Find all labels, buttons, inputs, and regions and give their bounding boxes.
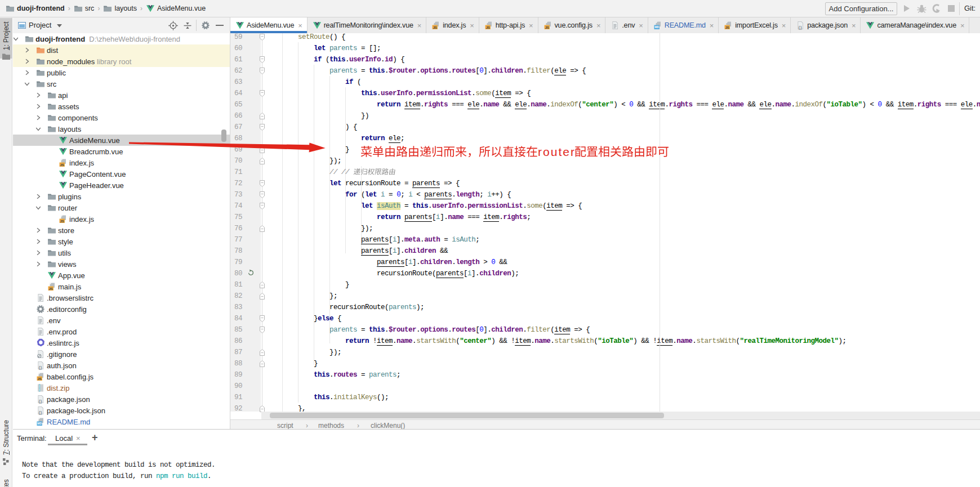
svg-text:router: router: [538, 145, 574, 158]
